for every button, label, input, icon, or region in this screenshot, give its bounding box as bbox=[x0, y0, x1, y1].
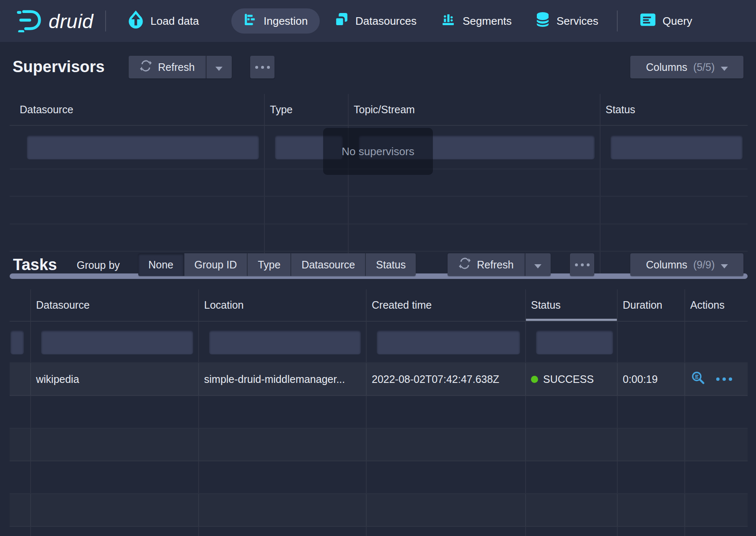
tasks-more-button[interactable] bbox=[570, 253, 594, 276]
tasks-col-status-label: Status bbox=[531, 299, 561, 311]
tasks-refresh-caret-button[interactable] bbox=[525, 253, 551, 276]
druid-logo-icon bbox=[16, 8, 43, 34]
group-by-status-button[interactable]: Status bbox=[366, 253, 416, 276]
status-badge: SUCCESS bbox=[543, 373, 594, 385]
supervisors-more-button[interactable] bbox=[250, 56, 274, 78]
table-row bbox=[10, 224, 748, 252]
chevron-down-icon bbox=[721, 259, 728, 271]
supervisors-col-type[interactable]: Type bbox=[264, 94, 348, 125]
nav-divider-2 bbox=[617, 10, 618, 31]
supervisors-col-datasource[interactable]: Datasource bbox=[10, 94, 264, 125]
druid-logo[interactable]: druid bbox=[16, 0, 93, 42]
group-by-type-button[interactable]: Type bbox=[248, 253, 291, 276]
supervisors-columns-button[interactable]: Columns (5/5) bbox=[630, 56, 743, 78]
nav-divider bbox=[105, 10, 106, 31]
supervisors-columns-label: Columns bbox=[646, 61, 687, 73]
supervisors-datasource-filter-input[interactable] bbox=[27, 135, 259, 159]
group-by-segmented-control: None Group ID Type Datasource Status bbox=[138, 253, 416, 276]
table-row bbox=[10, 396, 748, 429]
task-datasource-cell: wikipedia bbox=[30, 363, 198, 395]
supervisors-title: Supervisors bbox=[13, 58, 105, 76]
task-location-cell: simple-druid-middlemanager... bbox=[198, 363, 366, 395]
group-by-none-button[interactable]: None bbox=[138, 253, 184, 276]
nav-load-data[interactable]: Load data bbox=[128, 0, 199, 42]
ingestion-chart-icon bbox=[243, 13, 257, 29]
supervisors-header-row: Datasource Type Topic/Stream Status bbox=[10, 94, 748, 126]
services-database-icon bbox=[536, 11, 550, 31]
supervisors-col-status[interactable]: Status bbox=[600, 94, 748, 125]
table-row bbox=[10, 429, 748, 461]
upload-icon bbox=[128, 10, 144, 32]
nav-segments-label: Segments bbox=[463, 15, 512, 28]
group-by-datasource-button[interactable]: Datasource bbox=[291, 253, 366, 276]
chevron-down-icon bbox=[215, 61, 223, 73]
tasks-refresh-button[interactable]: Refresh bbox=[448, 253, 525, 276]
datasources-layers-icon bbox=[334, 12, 349, 30]
tasks-columns-count: (9/9) bbox=[693, 259, 715, 271]
tasks-title: Tasks bbox=[13, 256, 57, 274]
tasks-col-location[interactable]: Location bbox=[198, 289, 366, 321]
tasks-header-row: Datasource Location Created time Status … bbox=[10, 289, 748, 322]
chevron-down-icon bbox=[721, 61, 728, 73]
tasks-columns-button[interactable]: Columns (9/9) bbox=[630, 253, 743, 276]
sort-indicator bbox=[526, 319, 617, 321]
supervisors-table: Datasource Type Topic/Stream Status No s… bbox=[10, 94, 748, 279]
tasks-location-filter-input[interactable] bbox=[209, 330, 361, 354]
tasks-columns-label: Columns bbox=[646, 259, 687, 271]
task-duration-cell: 0:00:19 bbox=[617, 363, 684, 395]
refresh-icon bbox=[140, 60, 152, 75]
nav-services[interactable]: Services bbox=[536, 0, 598, 42]
tasks-clipped-filter-input[interactable] bbox=[10, 330, 24, 354]
nav-datasources[interactable]: Datasources bbox=[334, 0, 417, 42]
table-row bbox=[10, 461, 748, 494]
tasks-col-status[interactable]: Status bbox=[525, 289, 617, 321]
nav-query[interactable]: Query bbox=[640, 0, 692, 42]
supervisors-refresh-button[interactable]: Refresh bbox=[129, 56, 206, 78]
group-by-label: Group by bbox=[77, 259, 120, 271]
task-row-wikipedia[interactable]: wikipedia simple-druid-middlemanager... … bbox=[10, 363, 748, 396]
group-by-group-id-button[interactable]: Group ID bbox=[184, 253, 248, 276]
tasks-refresh-split-button: Refresh bbox=[448, 253, 551, 276]
task-detail-magnifier-icon[interactable] bbox=[691, 371, 705, 388]
task-created-time-cell: 2022-08-02T07:42:47.638Z bbox=[366, 363, 525, 395]
nav-datasources-label: Datasources bbox=[355, 15, 417, 28]
nav-ingestion[interactable]: Ingestion bbox=[231, 8, 320, 34]
tasks-datasource-filter-input[interactable] bbox=[41, 330, 193, 354]
more-icon bbox=[255, 66, 270, 69]
tasks-created-time-filter-input[interactable] bbox=[377, 330, 520, 354]
table-row bbox=[10, 494, 748, 527]
tasks-col-created-time[interactable]: Created time bbox=[366, 289, 525, 321]
nav-load-data-label: Load data bbox=[150, 15, 199, 28]
nav-segments[interactable]: Segments bbox=[441, 0, 512, 42]
tasks-filter-row bbox=[10, 322, 748, 363]
tasks-col-duration[interactable]: Duration bbox=[617, 289, 684, 321]
refresh-icon bbox=[458, 257, 471, 272]
supervisors-status-filter-input[interactable] bbox=[611, 135, 743, 159]
task-status-cell: SUCCESS bbox=[525, 363, 617, 395]
supervisors-refresh-label: Refresh bbox=[158, 61, 195, 73]
tasks-status-filter-input[interactable] bbox=[536, 330, 613, 354]
nav-query-label: Query bbox=[663, 15, 692, 28]
supervisors-refresh-split-button: Refresh bbox=[129, 56, 232, 78]
task-actions-more-icon[interactable] bbox=[716, 377, 732, 381]
segments-bar-chart-icon bbox=[441, 12, 456, 30]
tasks-col-actions[interactable]: Actions bbox=[684, 289, 748, 321]
table-row bbox=[10, 197, 748, 224]
no-supervisors-message: No supervisors bbox=[323, 128, 433, 175]
druid-logo-text: druid bbox=[49, 10, 93, 33]
task-actions-cell bbox=[684, 363, 748, 395]
tasks-col-clipped bbox=[10, 289, 30, 321]
tasks-table: Datasource Location Created time Status … bbox=[10, 289, 748, 536]
supervisors-columns-count: (5/5) bbox=[693, 61, 715, 73]
query-console-icon bbox=[640, 13, 656, 29]
tasks-refresh-label: Refresh bbox=[477, 259, 514, 271]
top-nav: druid Load data Ingestion bbox=[0, 0, 756, 42]
nav-services-label: Services bbox=[557, 15, 598, 28]
supervisors-col-topic-stream[interactable]: Topic/Stream bbox=[348, 94, 600, 125]
tasks-col-datasource[interactable]: Datasource bbox=[30, 289, 198, 321]
nav-ingestion-label: Ingestion bbox=[264, 15, 308, 28]
supervisors-refresh-caret-button[interactable] bbox=[206, 56, 232, 78]
more-icon bbox=[575, 263, 590, 266]
table-row bbox=[10, 527, 748, 536]
status-dot bbox=[531, 376, 538, 383]
